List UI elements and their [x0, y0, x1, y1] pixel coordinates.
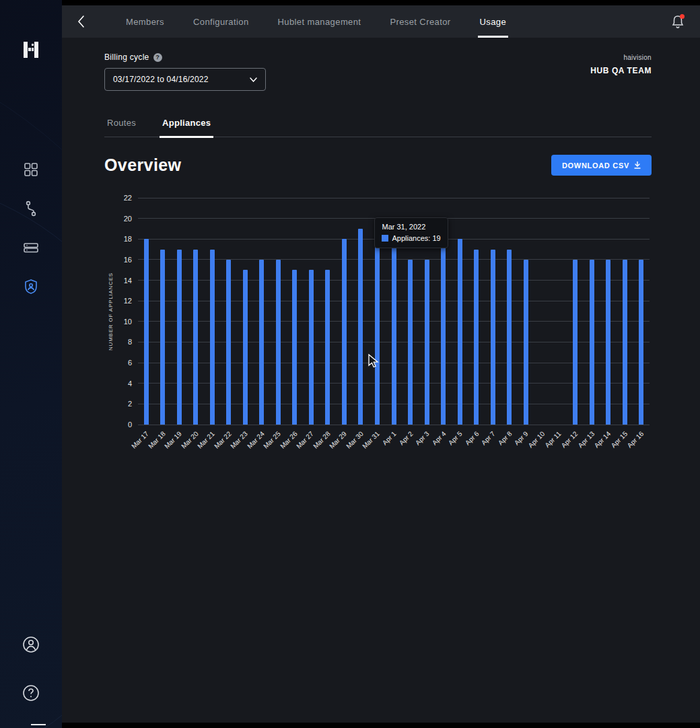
x-tick-label: Mar 31 [361, 430, 381, 450]
bar-mar-27[interactable] [309, 270, 314, 425]
x-tick-label: Mar 23 [229, 430, 249, 450]
x-tick-label: Mar 25 [262, 430, 282, 450]
appliances-icon[interactable] [16, 233, 46, 262]
chart-xticks: Mar 17Mar 18Mar 19Mar 20Mar 21Mar 22Mar … [138, 425, 650, 466]
bar-apr-15[interactable] [623, 260, 627, 425]
x-tick-label: Apr 14 [593, 430, 612, 449]
bar-mar-28[interactable] [325, 270, 330, 425]
x-tick-label: Apr 15 [609, 430, 629, 449]
overview-header: Overview DOWNLOAD CSV [104, 155, 652, 176]
bar-mar-17[interactable] [144, 239, 149, 425]
security-shield-icon[interactable] [16, 272, 46, 301]
y-tick-label: 4 [128, 379, 132, 388]
bar-mar-22[interactable] [226, 260, 231, 425]
download-icon [634, 161, 641, 169]
bar-mar-30[interactable] [358, 229, 363, 425]
y-tick-label: 8 [128, 338, 132, 346]
routes-icon[interactable] [16, 194, 46, 223]
bar-apr-4[interactable] [441, 239, 446, 425]
gridline [138, 198, 650, 198]
subtabs: RoutesAppliances [104, 118, 652, 137]
chevron-down-icon [250, 77, 257, 82]
org-name: haivision [590, 54, 652, 61]
bar-apr-5[interactable] [458, 239, 462, 425]
help-icon[interactable] [16, 678, 46, 708]
billing-cycle-select[interactable]: 03/17/2022 to 04/16/2022 [104, 68, 266, 91]
account-icon[interactable] [16, 630, 46, 659]
x-tick-label: Mar 22 [213, 430, 233, 450]
bar-apr-9[interactable] [524, 260, 528, 425]
bar-mar-25[interactable] [276, 260, 281, 425]
topnav-tab-usage[interactable]: Usage [478, 5, 509, 38]
top-navigation: MembersConfigurationHublet managementPre… [62, 5, 700, 38]
billing-row: Billing cycle ? 03/17/2022 to 04/16/2022… [104, 52, 652, 91]
x-tick-label: Apr 16 [626, 430, 645, 449]
y-tick-label: 20 [124, 215, 132, 223]
x-tick-label: Mar 21 [196, 430, 216, 450]
bar-apr-6[interactable] [474, 250, 479, 425]
app-window: MembersConfigurationHublet managementPre… [0, 0, 700, 728]
x-tick-label: Apr 12 [560, 430, 580, 449]
bar-apr-14[interactable] [606, 260, 610, 425]
bar-mar-18[interactable] [160, 250, 165, 425]
x-tick-label: Apr 2 [398, 430, 415, 447]
x-tick-label: Mar 28 [312, 430, 332, 450]
bar-apr-16[interactable] [639, 260, 643, 425]
x-tick-label: Mar 17 [130, 430, 150, 450]
y-tick-label: 6 [128, 359, 132, 367]
menu-icon[interactable] [16, 78, 46, 108]
topnav-tabs: MembersConfigurationHublet managementPre… [124, 5, 533, 38]
x-tick-label: Mar 18 [147, 430, 167, 450]
y-tick-label: 10 [124, 318, 132, 326]
subtab-routes[interactable]: Routes [104, 118, 139, 137]
x-tick-label: Apr 4 [431, 430, 448, 447]
bar-apr-7[interactable] [491, 250, 495, 425]
dashboard-grid-icon[interactable] [16, 155, 46, 184]
bar-apr-3[interactable] [425, 260, 429, 425]
topnav-tab-hublet-management[interactable]: Hublet management [276, 5, 363, 38]
sidebar-nav [16, 155, 46, 301]
bar-apr-13[interactable] [590, 260, 594, 425]
bar-mar-20[interactable] [193, 250, 198, 425]
x-tick-label: Mar 27 [295, 430, 315, 450]
sidebar-bottom [16, 630, 46, 708]
y-axis-title: NUMBER OF APPLIANCES [108, 272, 114, 350]
bar-mar-23[interactable] [243, 270, 248, 425]
bar-mar-21[interactable] [210, 250, 215, 425]
subtab-appliances[interactable]: Appliances [160, 118, 213, 137]
bar-mar-24[interactable] [259, 260, 264, 425]
bar-apr-1[interactable] [392, 239, 396, 425]
y-tick-label: 18 [124, 235, 132, 243]
x-tick-label: Apr 6 [464, 430, 481, 447]
sidebar [0, 0, 62, 728]
billing-cycle-label: Billing cycle [104, 52, 149, 62]
x-tick-label: Apr 10 [527, 430, 547, 449]
x-tick-label: Mar 20 [180, 430, 200, 450]
y-tick-label: 0 [128, 421, 132, 429]
bar-mar-29[interactable] [342, 239, 347, 425]
x-tick-label: Apr 7 [480, 430, 497, 447]
topnav-tab-preset-creator[interactable]: Preset Creator [388, 5, 452, 38]
bar-mar-31[interactable] [375, 229, 380, 425]
tooltip-series-swatch [382, 235, 388, 242]
download-csv-button[interactable]: DOWNLOAD CSV [551, 155, 652, 176]
topnav-tab-members[interactable]: Members [124, 5, 166, 38]
bar-apr-2[interactable] [408, 260, 413, 425]
bar-apr-12[interactable] [573, 260, 578, 425]
y-tick-label: 14 [124, 277, 132, 285]
x-tick-label: Mar 30 [345, 430, 365, 450]
x-tick-label: Apr 13 [576, 430, 596, 449]
notification-dot [680, 14, 685, 19]
chart-tooltip: Mar 31, 2022 Appliances: 19 [374, 217, 448, 248]
topnav-tab-configuration[interactable]: Configuration [191, 5, 251, 38]
x-tick-label: Mar 19 [163, 430, 183, 450]
tooltip-value-label: Appliances: 19 [392, 234, 440, 242]
bar-mar-19[interactable] [177, 250, 182, 425]
team-name: HUB QA TEAM [590, 66, 652, 75]
notification-bell-icon[interactable] [669, 13, 687, 30]
bar-mar-26[interactable] [292, 270, 297, 425]
chevron-left-icon[interactable] [73, 13, 90, 30]
bar-apr-8[interactable] [507, 250, 512, 425]
x-tick-label: Mar 24 [246, 430, 266, 450]
question-circle-icon[interactable]: ? [153, 53, 162, 62]
